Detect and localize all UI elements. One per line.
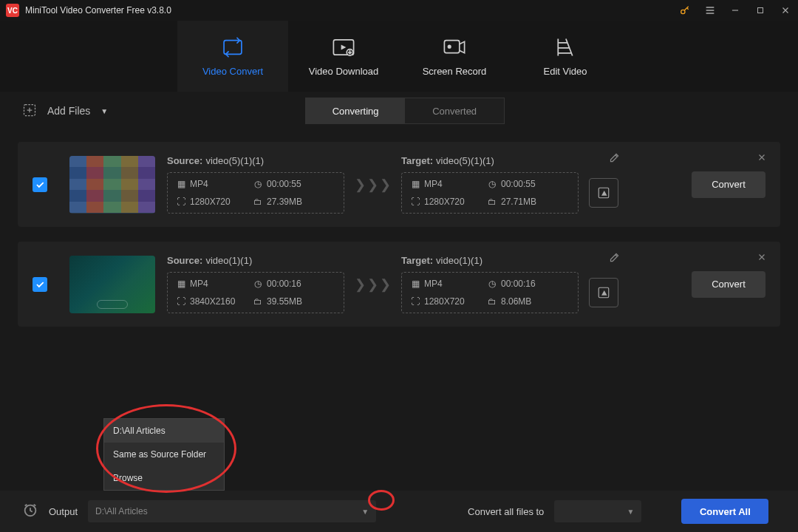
record-icon <box>442 36 467 58</box>
film-icon: ▦ <box>177 180 185 188</box>
clock-icon: ◷ <box>253 279 262 288</box>
clock-icon: ◷ <box>488 279 497 288</box>
tab-converting[interactable]: Converting <box>306 98 405 123</box>
source-label: Source:video(5)(1)(1) <box>167 155 344 166</box>
svg-rect-1 <box>758 8 763 13</box>
schedule-icon[interactable] <box>22 502 38 521</box>
add-files-label: Add Files <box>47 105 90 117</box>
folder-icon: 🗀 <box>253 297 262 306</box>
target-filename: video(1)(1) <box>436 255 482 266</box>
film-icon: ▦ <box>411 180 420 188</box>
chevron-down-icon: ▼ <box>361 508 369 516</box>
clock-icon: ◷ <box>488 180 497 188</box>
tab-label: Video Download <box>309 66 378 77</box>
expand-icon: ⛶ <box>177 197 185 206</box>
convert-button[interactable]: Convert <box>692 271 765 298</box>
close-button[interactable] <box>779 4 792 17</box>
output-path-value: D:\All Articles <box>95 506 148 516</box>
key-icon[interactable] <box>678 4 692 17</box>
arrow-indicator: ❯❯❯ <box>355 276 391 293</box>
tab-converted[interactable]: Converted <box>405 98 504 123</box>
svg-point-6 <box>448 44 451 48</box>
maximize-button[interactable] <box>754 4 767 17</box>
bottom-bar: Output D:\All Articles ▼ Convert all fil… <box>0 491 798 532</box>
remove-file-button[interactable] <box>757 252 767 265</box>
output-option[interactable]: D:\All Articles <box>104 419 224 443</box>
tab-label: Video Convert <box>202 66 263 77</box>
minimize-button[interactable] <box>729 4 742 17</box>
target-info: ▦MP4 ◷00:00:16 ⛶1280X720 🗀8.06MB <box>401 272 579 313</box>
output-dropdown-menu: D:\All Articles Same as Source Folder Br… <box>103 418 225 491</box>
svg-rect-5 <box>444 40 459 52</box>
output-label: Output <box>49 506 78 517</box>
folder-icon: 🗀 <box>488 297 497 306</box>
edit-target-icon[interactable] <box>609 152 620 166</box>
target-info: ▦MP4 ◷00:00:55 ⛶1280X720 🗀27.71MB <box>401 172 579 214</box>
convert-all-label: Convert all files to <box>468 506 544 517</box>
add-files-button[interactable]: Add Files ▼ <box>22 103 108 120</box>
titlebar: VC MiniTool Video Converter Free v3.8.0 <box>0 0 798 21</box>
file-checkbox[interactable] <box>33 277 47 292</box>
file-list: Source:video(5)(1)(1) ▦MP4 ◷00:00:55 ⛶12… <box>0 130 798 338</box>
target-filename: video(5)(1)(1) <box>436 155 494 166</box>
convert-all-format-combo[interactable]: ▼ <box>554 500 641 522</box>
video-thumbnail[interactable] <box>69 256 155 313</box>
main-tabs: Video Convert Video Download Screen Reco… <box>0 21 798 92</box>
arrow-indicator: ❯❯❯ <box>355 177 391 193</box>
tab-edit-video[interactable]: Edit Video <box>510 21 621 92</box>
folder-icon: 🗀 <box>488 197 497 206</box>
tab-screen-record[interactable]: Screen Record <box>399 21 510 92</box>
remove-file-button[interactable] <box>757 152 767 166</box>
add-files-icon <box>22 103 37 120</box>
folder-icon: 🗀 <box>253 197 262 206</box>
convert-icon <box>220 36 245 58</box>
clock-icon: ◷ <box>253 180 262 188</box>
app-logo: VC <box>6 4 19 17</box>
app-title: MiniTool Video Converter Free v3.8.0 <box>25 5 678 16</box>
target-label: Target:video(5)(1)(1) <box>401 155 618 166</box>
hamburger-icon[interactable] <box>703 4 717 17</box>
tab-label: Screen Record <box>423 66 487 77</box>
toolbar: Add Files ▼ Converting Converted <box>0 92 798 130</box>
source-label: Source:video(1)(1) <box>167 255 344 266</box>
convert-all-button[interactable]: Convert All <box>681 499 768 524</box>
edit-target-icon[interactable] <box>609 252 620 266</box>
expand-icon: ⛶ <box>177 297 185 306</box>
target-format-button[interactable] <box>589 178 618 208</box>
convert-status-tabs: Converting Converted <box>305 98 505 124</box>
file-card: Source:video(5)(1)(1) ▦MP4 ◷00:00:55 ⛶12… <box>18 142 780 227</box>
output-option[interactable]: Same as Source Folder <box>104 443 224 466</box>
output-path-combo[interactable]: D:\All Articles ▼ <box>88 500 376 522</box>
target-label: Target:video(1)(1) <box>401 255 618 266</box>
expand-icon: ⛶ <box>411 297 420 306</box>
source-info: ▦MP4 ◷00:00:16 ⛶3840X2160 🗀39.55MB <box>167 272 344 313</box>
file-card: Source:video(1)(1) ▦MP4 ◷00:00:16 ⛶3840X… <box>18 242 780 327</box>
source-filename: video(1)(1) <box>205 255 252 266</box>
expand-icon: ⛶ <box>411 197 420 206</box>
video-thumbnail[interactable] <box>69 156 155 214</box>
svg-rect-2 <box>224 40 242 54</box>
source-filename: video(5)(1)(1) <box>205 155 264 166</box>
chevron-down-icon: ▼ <box>627 508 634 516</box>
source-info: ▦MP4 ◷00:00:55 ⛶1280X720 🗀27.39MB <box>167 172 344 214</box>
output-option[interactable]: Browse <box>104 466 224 490</box>
target-format-button[interactable] <box>589 278 618 307</box>
download-icon <box>331 36 356 58</box>
tab-video-download[interactable]: Video Download <box>288 21 399 92</box>
film-icon: ▦ <box>411 279 420 288</box>
tab-label: Edit Video <box>543 66 587 77</box>
convert-button[interactable]: Convert <box>692 171 765 198</box>
tab-video-convert[interactable]: Video Convert <box>177 21 288 92</box>
file-checkbox[interactable] <box>33 177 47 192</box>
film-icon: ▦ <box>177 279 185 288</box>
edit-icon <box>554 36 576 58</box>
chevron-down-icon: ▼ <box>100 107 108 115</box>
